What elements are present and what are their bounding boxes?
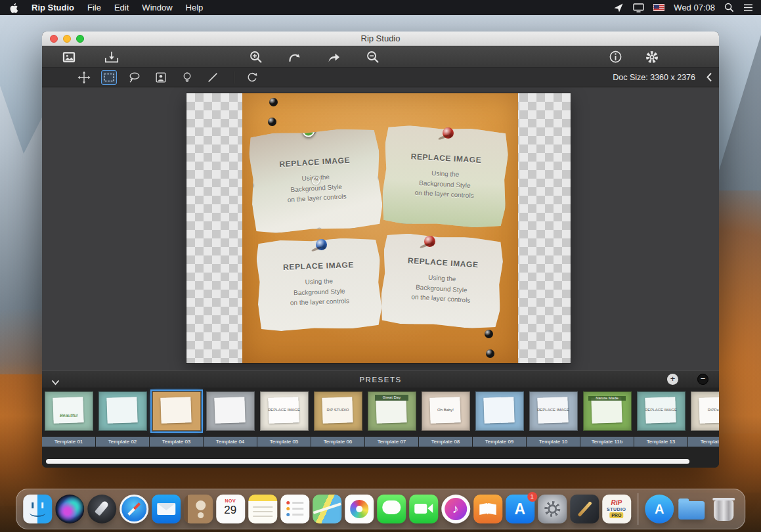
menu-bar-clock[interactable]: Wed 07:08	[674, 3, 715, 12]
apple-menu-icon[interactable]	[9, 3, 18, 13]
replace-image-label: REPLACE IMAGE	[279, 156, 350, 169]
document[interactable]: REPLACE IMAGE Using the Background Style…	[186, 93, 571, 363]
menu-help[interactable]: Help	[186, 3, 204, 12]
template-scrollbar-thumb[interactable]	[46, 459, 689, 464]
settings-button[interactable]	[643, 49, 661, 65]
template-thumb[interactable]: RiPPeD Template 14	[688, 391, 719, 456]
move-tool[interactable]	[76, 70, 92, 85]
dock-app-store-icon[interactable]: 1	[506, 495, 534, 523]
rotate-tool[interactable]	[244, 70, 260, 85]
display-mirroring-icon[interactable]	[633, 3, 644, 12]
add-preset-button[interactable]: +	[667, 374, 678, 385]
import-button[interactable]	[103, 49, 120, 65]
lasso-tool[interactable]	[127, 70, 142, 85]
dock-reminders-icon[interactable]	[280, 495, 309, 523]
lighting-tool[interactable]	[179, 70, 195, 85]
location-arrow-icon[interactable]	[613, 3, 624, 13]
template-preview[interactable]: RiPPeD	[691, 391, 720, 431]
dock-notes-icon[interactable]	[248, 495, 277, 523]
undo-button[interactable]	[286, 49, 303, 65]
collapse-panel-chevron[interactable]	[706, 72, 712, 85]
template-scrollbar-track[interactable]	[42, 456, 719, 468]
window-titlebar[interactable]: Rip Studio	[42, 32, 719, 46]
template-thumb[interactable]: Nature Made Template 11b	[580, 391, 634, 456]
template-preview[interactable]: REPLACE IMAGE	[637, 391, 685, 431]
zoom-in-button[interactable]	[248, 49, 265, 65]
template-label: Template 11b	[580, 437, 634, 447]
rip-studio-window: Rip Studio	[42, 32, 719, 468]
template-thumb[interactable]: Template 09	[473, 391, 526, 456]
dock-separator	[638, 493, 639, 525]
template-thumb[interactable]: Template 02	[96, 391, 149, 456]
spotlight-search-icon[interactable]	[724, 3, 734, 12]
dock-photos-icon[interactable]	[345, 495, 374, 523]
zoom-out-button[interactable]	[364, 49, 381, 65]
dock-app-store-alt-icon[interactable]	[645, 495, 674, 523]
black-pin	[269, 98, 278, 106]
dock-finder-icon[interactable]	[23, 495, 52, 523]
template-thumb[interactable]: REPLACE IMAGE Template 05	[257, 391, 311, 456]
template-thumb[interactable]: REPLACE IMAGE Template 13	[634, 391, 687, 456]
template-label: Template 04	[204, 437, 257, 447]
rotate-icon	[246, 71, 259, 84]
dock-contacts-icon[interactable]	[184, 495, 213, 523]
menu-bar: Rip Studio File Edit Window Help Wed 07:…	[0, 0, 761, 15]
dock-rip-studio-pro-icon[interactable]: RiP STUDIO PRO	[602, 495, 631, 523]
template-thumb[interactable]: Great Day Template 07	[365, 391, 418, 456]
dock-maps-icon[interactable]	[313, 495, 341, 523]
menu-file[interactable]: File	[87, 3, 101, 12]
dock-launchpad-icon[interactable]	[87, 495, 116, 523]
redo-button[interactable]	[325, 49, 342, 65]
dock-calendar-icon[interactable]: NOV 29	[216, 495, 245, 523]
template-preview[interactable]: Oh Baby!	[422, 391, 470, 431]
template-thumb[interactable]: Oh Baby! Template 08	[419, 391, 472, 456]
dock-system-preferences-icon[interactable]	[538, 495, 567, 523]
portrait-tool[interactable]	[153, 70, 169, 85]
template-thumb[interactable]: REPLACE IMAGE Template 10	[527, 391, 580, 456]
template-thumb[interactable]: Template 04	[204, 391, 257, 456]
line-tool[interactable]	[205, 70, 221, 85]
template-label: Template 06	[311, 437, 364, 447]
info-button[interactable]	[607, 49, 624, 65]
canvas-area[interactable]: REPLACE IMAGE Using the Background Style…	[42, 87, 719, 370]
remove-preset-button[interactable]: −	[697, 374, 708, 385]
dock-itunes-icon[interactable]	[441, 495, 470, 523]
dock-messages-icon[interactable]	[377, 495, 406, 523]
app-menu-title[interactable]: Rip Studio	[32, 3, 74, 12]
template-preview[interactable]: REPLACE IMAGE	[529, 391, 578, 431]
template-preview[interactable]	[152, 391, 201, 431]
new-image-button[interactable]	[60, 49, 77, 65]
dock-mail-icon[interactable]	[152, 495, 181, 523]
template-preview[interactable]: Nature Made	[583, 391, 632, 431]
dock-siri-icon[interactable]	[55, 495, 84, 523]
photo-layer-selected[interactable]: REPLACE IMAGE Using the Background Style…	[248, 127, 384, 234]
template-preview[interactable]	[475, 391, 524, 431]
menu-window[interactable]: Window	[142, 3, 172, 12]
template-thumb[interactable]: RiP STUDIO Template 06	[311, 391, 364, 456]
template-preview[interactable]	[98, 391, 147, 431]
template-thumb[interactable]: Beautiful Template 01	[42, 391, 95, 456]
menu-edit[interactable]: Edit	[114, 3, 129, 12]
template-thumb-selected[interactable]: Template 03	[150, 391, 203, 456]
notification-center-icon[interactable]	[743, 3, 753, 12]
photo-layer[interactable]: REPLACE IMAGE Using the Background Style…	[380, 233, 504, 330]
template-preview[interactable]: REPLACE IMAGE	[260, 391, 309, 431]
us-flag-icon[interactable]	[653, 4, 664, 11]
dock-facetime-icon[interactable]	[409, 495, 438, 523]
photo-layer[interactable]: REPLACE IMAGE Using the Background Style…	[256, 237, 383, 332]
dock-trash-icon[interactable]	[709, 495, 738, 523]
template-label: Template 13	[634, 437, 687, 447]
dock-downloads-folder-icon[interactable]	[677, 495, 706, 523]
template-preview[interactable]: Beautiful	[45, 391, 93, 431]
dock-design-tool-icon[interactable]	[570, 495, 599, 523]
marquee-select-tool[interactable]	[101, 70, 117, 85]
black-pin	[268, 118, 276, 126]
zoom-in-icon	[249, 50, 263, 64]
dock-safari-icon[interactable]	[120, 495, 148, 523]
template-label: Template 01	[42, 437, 95, 447]
template-preview[interactable]	[206, 391, 255, 431]
photo-layer[interactable]: REPLACE IMAGE Using the Background Style…	[381, 124, 510, 229]
template-preview[interactable]: RiP STUDIO	[314, 391, 362, 431]
dock-books-icon[interactable]	[473, 495, 502, 523]
template-preview[interactable]: Great Day	[368, 391, 416, 431]
